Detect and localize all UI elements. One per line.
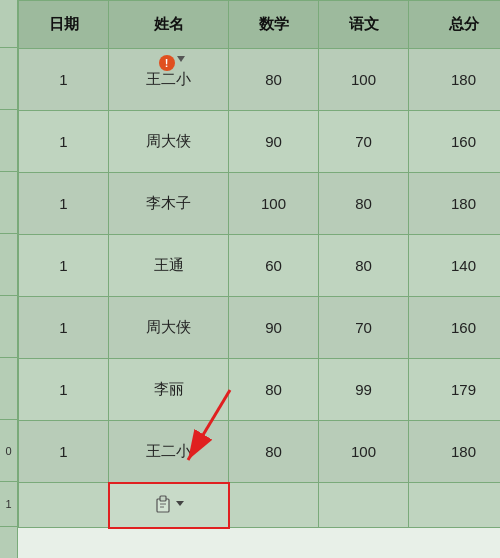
table-row: 1 周大侠 90 70 160 <box>19 111 501 173</box>
cell-chinese: 70 <box>319 111 409 173</box>
cell-math: 80 <box>229 421 319 483</box>
header-chinese: 语文 <box>319 1 409 49</box>
table-row: 1 周大侠 90 70 160 <box>19 297 501 359</box>
table-row: 1 李木子 100 80 180 <box>19 173 501 235</box>
header-row: 日期 姓名 数学 语文 总分 <box>19 1 501 49</box>
table-row: 1 王通 60 80 140 <box>19 235 501 297</box>
paste-icon[interactable] <box>153 494 184 514</box>
cell-name: 周大侠 <box>109 111 229 173</box>
paste-cell[interactable] <box>109 483 229 528</box>
cell-total: 140 <box>409 235 501 297</box>
svg-rect-1 <box>160 496 166 501</box>
row-number: 0 <box>0 420 17 482</box>
cell-name: ! 王二小 <box>109 49 229 111</box>
header-math: 数学 <box>229 1 319 49</box>
cell-name: 李木子 <box>109 173 229 235</box>
dropdown-arrow-icon[interactable] <box>177 56 185 62</box>
cell-total: 180 <box>409 49 501 111</box>
bottom-date-cell <box>19 483 109 528</box>
table-row: 1 ! 王二小 80 100 180 <box>19 49 501 111</box>
warning-icon[interactable]: ! <box>159 55 175 71</box>
cell-name: 周大侠 <box>109 297 229 359</box>
cell-math: 100 <box>229 173 319 235</box>
cell-name: 李丽 <box>109 359 229 421</box>
cell-date: 1 <box>19 173 109 235</box>
cell-chinese: 99 <box>319 359 409 421</box>
cell-chinese: 80 <box>319 173 409 235</box>
cell-chinese: 80 <box>319 235 409 297</box>
cell-math: 60 <box>229 235 319 297</box>
cell-name: 王二小 <box>109 421 229 483</box>
bottom-chinese-cell <box>319 483 409 528</box>
cell-date: 1 <box>19 359 109 421</box>
cell-chinese: 100 <box>319 421 409 483</box>
paste-svg-icon <box>153 494 173 514</box>
cell-date: 1 <box>19 49 109 111</box>
cell-total: 180 <box>409 421 501 483</box>
bottom-math-cell <box>229 483 319 528</box>
spreadsheet-container: 0 1 日期 姓名 数学 语文 总分 <box>0 0 500 558</box>
row-number-bottom: 1 <box>0 482 17 527</box>
cell-date: 1 <box>19 235 109 297</box>
cell-chinese: 100 <box>319 49 409 111</box>
cell-math: 80 <box>229 49 319 111</box>
bottom-total-cell <box>409 483 501 528</box>
paste-dropdown-arrow[interactable] <box>176 501 184 506</box>
cell-total: 180 <box>409 173 501 235</box>
cell-math: 90 <box>229 297 319 359</box>
header-date: 日期 <box>19 1 109 49</box>
cell-date: 1 <box>19 111 109 173</box>
cell-date: 1 <box>19 297 109 359</box>
bottom-row <box>19 483 501 528</box>
table-row: 1 李丽 80 99 179 <box>19 359 501 421</box>
table-row: 1 王二小 80 100 180 <box>19 421 501 483</box>
cell-date: 1 <box>19 421 109 483</box>
header-name: 姓名 <box>109 1 229 49</box>
cell-math: 80 <box>229 359 319 421</box>
cell-math: 90 <box>229 111 319 173</box>
header-total: 总分 <box>409 1 501 49</box>
cell-total: 160 <box>409 297 501 359</box>
cell-total: 179 <box>409 359 501 421</box>
cell-total: 160 <box>409 111 501 173</box>
cell-name: 王通 <box>109 235 229 297</box>
data-table: 日期 姓名 数学 语文 总分 1 ! 王二小 80 100 <box>18 0 500 529</box>
cell-chinese: 70 <box>319 297 409 359</box>
